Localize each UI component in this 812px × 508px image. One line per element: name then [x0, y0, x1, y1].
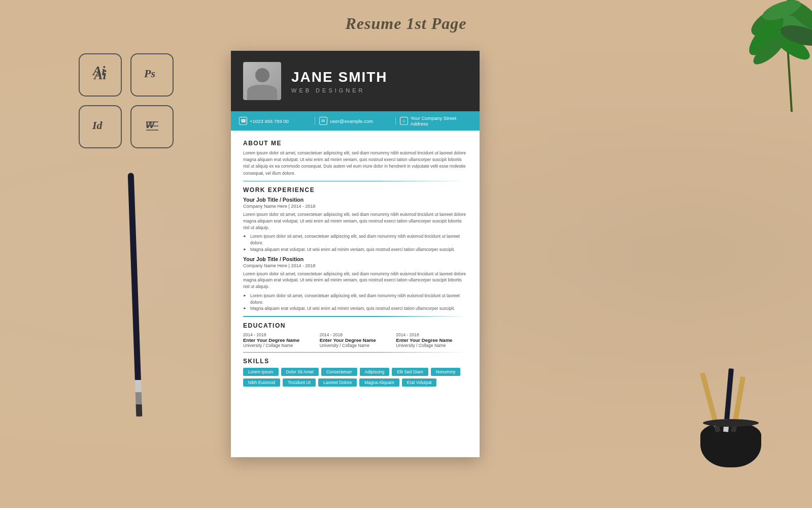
address-icon: ⌂ — [400, 117, 408, 125]
plant-decoration — [680, 0, 812, 112]
job-2-title: Your Job Title / Position — [243, 256, 467, 262]
job-2-desc: Lorem ipsum dolor sit amet, consectetuer… — [243, 271, 467, 290]
svg-text:Ps: Ps — [144, 67, 155, 80]
avatar — [243, 62, 281, 100]
skills-section: SKILLS Lorem IpsumDolor Sit AmetConsecte… — [243, 358, 467, 387]
contact-bar: ☎ +1023 456 789 00 ✉ user@example.com ⌂ … — [231, 111, 480, 131]
candidate-name: JANE SMITH — [291, 69, 467, 85]
edu-1-year: 2014 - 2018 — [243, 332, 315, 337]
ai-label: Ai — [94, 68, 107, 83]
about-heading: ABOUT ME — [243, 140, 467, 147]
pen-decoration — [128, 173, 143, 417]
resume-document: JANE SMITH WEB DESIGNER ☎ +1023 456 789 … — [231, 51, 480, 457]
job-1-title: Your Job Title / Position — [243, 197, 467, 203]
work-section: WORK EXPERIENCE Your Job Title / Positio… — [243, 186, 467, 317]
edu-3-degree: Enter Your Degree Name — [396, 337, 467, 343]
svg-text:W: W — [146, 120, 155, 130]
contact-separator-2 — [395, 117, 396, 125]
header-text: JANE SMITH WEB DESIGNER — [291, 69, 467, 93]
about-text: Lorem ipsum dolor sit amet, consectetuer… — [243, 150, 467, 177]
job-2-company: Company Name Here | 2014 - 2018 — [243, 263, 467, 268]
skill-tag-4: Elit Sed Diam — [392, 368, 428, 376]
edu-2: 2014 - 2018 Enter Your Degree Name Unive… — [320, 332, 391, 348]
pencil-cup — [700, 422, 761, 467]
skill-tag-3: Adipiscing — [360, 368, 390, 376]
skill-tag-5: Nonummy — [431, 368, 461, 376]
about-section: ABOUT ME Lorem ipsum dolor sit amet, con… — [243, 140, 467, 181]
edu-grid: 2014 - 2018 Enter Your Degree Name Unive… — [243, 332, 467, 348]
edu-divider — [243, 352, 467, 353]
skills-heading: SKILLS — [243, 358, 467, 365]
skills-grid: Lorem IpsumDolor Sit AmetConsectetuerAdi… — [243, 368, 467, 387]
skill-tag-0: Lorem Ipsum — [243, 368, 279, 376]
job-2: Your Job Title / Position Company Name H… — [243, 256, 467, 312]
contact-phone: ☎ +1023 456 789 00 — [239, 117, 311, 125]
skill-tag-6: Nibh Euismod — [243, 378, 280, 387]
edu-1-school: University / Collage Name — [243, 343, 315, 348]
resume-body: ABOUT ME Lorem ipsum dolor sit amet, con… — [231, 131, 480, 396]
job-1-desc: Lorem ipsum dolor sit amet, consectetuer… — [243, 211, 467, 231]
ps-icon: Ps — [130, 53, 174, 97]
contact-address: ⌂ Your Company Street Address — [400, 115, 471, 126]
job-1: Your Job Title / Position Company Name H… — [243, 197, 467, 253]
job-1-bullets: Lorem ipsum dolor sit amet, consectetuer… — [243, 233, 467, 252]
edu-2-degree: Enter Your Degree Name — [320, 337, 391, 343]
ai-icon: Ai — [79, 53, 122, 97]
id-label: Id — [90, 115, 111, 139]
education-section: EDUCATION 2014 - 2018 Enter Your Degree … — [243, 322, 467, 353]
contact-email: ✉ user@example.com — [319, 117, 391, 125]
work-divider — [243, 316, 467, 317]
job-1-bullet-2: Magna aliquam erat volutpat. Ut wisi eni… — [243, 246, 467, 253]
job-1-company: Company Name Here | 2014 - 2018 — [243, 204, 467, 209]
skill-tag-1: Dolor Sit Amet — [281, 368, 319, 376]
edu-3-year: 2014 - 2018 — [396, 332, 467, 337]
candidate-title: WEB DESIGNER — [291, 87, 467, 93]
edu-1: 2014 - 2018 Enter Your Degree Name Unive… — [243, 332, 315, 348]
ps-label: Ps — [142, 63, 162, 87]
contact-separator-1 — [315, 117, 315, 125]
job-2-bullets: Lorem ipsum dolor sit amet, consectetuer… — [243, 293, 467, 312]
id-icon: Id — [79, 105, 122, 148]
software-icons-group: Ai Ps Id W — [79, 53, 176, 151]
job-2-bullet-2: Magna aliquam erat volutpat. Ut wisi eni… — [243, 305, 467, 312]
skill-tag-9: Magna Aliquam — [359, 378, 399, 387]
skill-tag-8: Laoreet Dolore — [318, 378, 357, 387]
edu-1-degree: Enter Your Degree Name — [243, 337, 315, 343]
edu-2-school: University / Collage Name — [320, 343, 391, 348]
word-icon: W — [130, 105, 174, 148]
email-icon: ✉ — [319, 117, 327, 125]
svg-text:Id: Id — [92, 119, 103, 132]
skill-tag-7: Tincidunt Ut — [283, 378, 316, 387]
skill-tag-10: Erat Volutpat — [402, 378, 437, 387]
skill-tag-2: Consectetuer — [321, 368, 357, 376]
job-1-bullet-1: Lorem ipsum dolor sit amet, consectetuer… — [243, 233, 467, 246]
work-heading: WORK EXPERIENCE — [243, 186, 467, 194]
edu-3: 2014 - 2018 Enter Your Degree Name Unive… — [396, 332, 467, 348]
edu-2-year: 2014 - 2018 — [320, 332, 391, 337]
phone-icon: ☎ — [239, 117, 247, 125]
about-divider — [243, 181, 467, 182]
edu-heading: EDUCATION — [243, 322, 467, 329]
resume-header: JANE SMITH WEB DESIGNER — [231, 51, 480, 111]
word-label: W — [142, 115, 162, 139]
job-2-bullet-1: Lorem ipsum dolor sit amet, consectetuer… — [243, 293, 467, 306]
edu-3-school: University / Collage Name — [396, 343, 467, 348]
